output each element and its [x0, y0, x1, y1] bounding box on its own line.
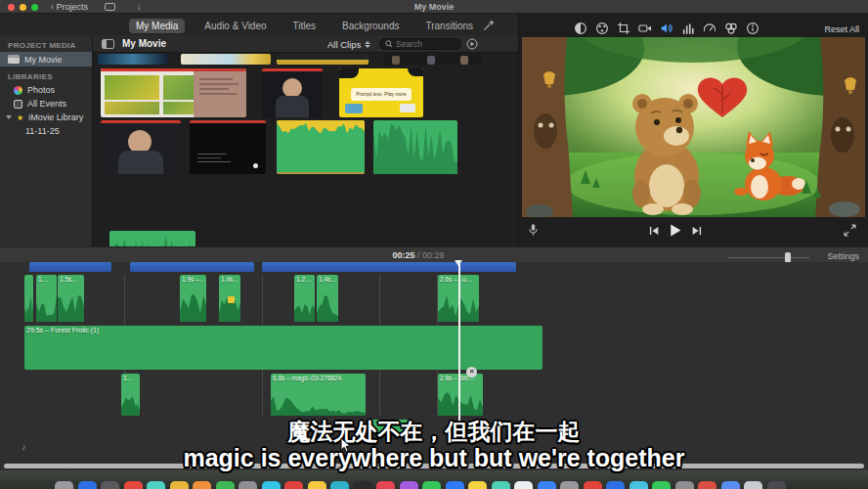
- clip-thumbnail[interactable]: [181, 54, 271, 65]
- dock-app-icon[interactable]: [584, 481, 602, 489]
- play-button-icon[interactable]: [668, 223, 682, 238]
- sound-clip[interactable]: 1…: [121, 374, 140, 416]
- video-clip[interactable]: 1.5s…: [58, 275, 84, 322]
- color-correction-icon[interactable]: [595, 22, 609, 35]
- clips-filter-dropdown[interactable]: All Clips: [327, 39, 370, 50]
- clip-thumbnail[interactable]: [190, 120, 266, 174]
- dock-app-icon[interactable]: [698, 481, 716, 489]
- stabilization-camera-icon[interactable]: [638, 22, 652, 35]
- volume-icon[interactable]: [660, 22, 673, 35]
- dock-app-icon[interactable]: [216, 481, 235, 489]
- tab-backgrounds[interactable]: Backgrounds: [335, 19, 406, 33]
- video-clip[interactable]: 1.4s…: [317, 275, 338, 322]
- dock-app-icon[interactable]: [468, 481, 487, 489]
- speed-gauge-icon[interactable]: [703, 22, 716, 35]
- dock-app-icon[interactable]: [675, 481, 694, 489]
- clip-thumbnail[interactable]: [262, 68, 323, 117]
- sound-clip[interactable]: 2.8s – Bib…: [438, 374, 483, 416]
- video-clip[interactable]: 1.2…: [294, 275, 315, 322]
- dock-app-icon[interactable]: [78, 481, 97, 489]
- settings-button[interactable]: Settings: [827, 251, 859, 261]
- info-icon[interactable]: [746, 22, 760, 35]
- chevron-down-icon[interactable]: [6, 115, 12, 119]
- clip-thumbnail[interactable]: [373, 120, 457, 174]
- dock-app-icon[interactable]: [652, 481, 671, 489]
- dock-app-icon[interactable]: [308, 481, 326, 489]
- title-bar-clip[interactable]: [29, 262, 111, 272]
- dock-app-icon[interactable]: [193, 481, 211, 489]
- sidebar-item-event-date[interactable]: 11-11-25: [0, 124, 92, 138]
- clip-thumbnail[interactable]: [194, 68, 246, 117]
- clip-thumbnail[interactable]: Prompt less, Play more: [339, 68, 423, 117]
- video-clip[interactable]: 1.4s…: [219, 275, 240, 322]
- dock-app-icon[interactable]: [538, 481, 556, 489]
- dock-app-icon[interactable]: [560, 481, 579, 489]
- libraries-sidebar: PROJECT MEDIA My Movie LIBRARIES Photos …: [0, 35, 93, 246]
- browser-header: My Movie All Clips Search: [93, 35, 518, 53]
- tab-transitions[interactable]: Transitions: [418, 19, 480, 33]
- dock-app-icon[interactable]: [284, 481, 303, 489]
- sidebar-item-photos[interactable]: Photos: [0, 83, 92, 97]
- dock-app-icon[interactable]: [492, 481, 510, 489]
- clip-filter-icon[interactable]: [724, 22, 738, 35]
- dock[interactable]: [55, 481, 786, 489]
- video-clip-partial[interactable]: [24, 275, 33, 322]
- fullscreen-expand-icon[interactable]: [844, 224, 856, 237]
- sidebar-toggle-icon[interactable]: [102, 39, 114, 49]
- crop-icon[interactable]: [617, 22, 630, 35]
- dock-app-icon[interactable]: [376, 481, 395, 489]
- dock-app-icon[interactable]: [262, 481, 281, 489]
- dock-app-icon[interactable]: [767, 481, 786, 489]
- record-voiceover-mic-icon[interactable]: [527, 223, 540, 238]
- dock-app-icon[interactable]: [721, 481, 740, 489]
- previous-frame-icon[interactable]: [648, 225, 660, 237]
- dock-app-icon[interactable]: [514, 481, 533, 489]
- timeline-zoom-slider[interactable]: [728, 257, 809, 258]
- tab-titles[interactable]: Titles: [286, 19, 324, 33]
- dock-app-icon[interactable]: [354, 481, 372, 489]
- sidebar-item-my-movie[interactable]: My Movie: [0, 52, 92, 67]
- dock-app-icon[interactable]: [239, 481, 257, 489]
- enhance-wand-icon[interactable]: [482, 19, 496, 32]
- dock-app-icon[interactable]: [422, 481, 441, 489]
- dock-app-icon[interactable]: [170, 481, 189, 489]
- clip-thumbnail[interactable]: [101, 120, 181, 174]
- sidebar-item-all-events[interactable]: All Events: [0, 97, 92, 111]
- sound-clip[interactable]: 6.8s – magic-03-276824: [271, 374, 366, 416]
- tab-audio-video[interactable]: Audio & Video: [197, 19, 273, 33]
- title-bar-clip[interactable]: [130, 262, 254, 272]
- clip-thumbnail[interactable]: [98, 54, 168, 65]
- reset-all-button[interactable]: Reset All: [824, 24, 859, 34]
- equalizer-icon[interactable]: [681, 22, 695, 35]
- sidebar-item-imovie-library[interactable]: ★ iMovie Library: [0, 111, 92, 124]
- video-clip[interactable]: 1.9s –…: [180, 275, 206, 322]
- dock-app-icon[interactable]: [629, 481, 648, 489]
- filmstrip-play-icon[interactable]: [466, 38, 478, 50]
- thumbnail-grid: Prompt less, Play more: [93, 53, 518, 246]
- mute-badge-icon[interactable]: ×: [466, 367, 477, 378]
- dock-app-icon[interactable]: [446, 481, 464, 489]
- dock-app-icon[interactable]: [124, 481, 143, 489]
- clip-thumbnail[interactable]: [277, 54, 369, 65]
- dock-app-icon[interactable]: [606, 481, 625, 489]
- search-input[interactable]: Search: [379, 38, 461, 50]
- dock-app-icon[interactable]: [147, 481, 165, 489]
- preview-viewer[interactable]: [522, 37, 865, 217]
- media-tabbar: My Media Audio & Video Titles Background…: [129, 17, 480, 34]
- title-bar-clip[interactable]: [262, 262, 516, 272]
- music-clip[interactable]: 29.5s – Forest Frolic (1): [24, 326, 542, 370]
- video-clip[interactable]: 1…: [36, 275, 57, 322]
- clip-thumbnail[interactable]: [277, 120, 365, 174]
- dock-app-icon[interactable]: [330, 481, 349, 489]
- color-balance-icon[interactable]: [574, 22, 587, 35]
- dock-app-icon[interactable]: [55, 481, 73, 489]
- clip-thumbnail[interactable]: [384, 54, 482, 65]
- playhead[interactable]: [458, 264, 460, 422]
- next-frame-icon[interactable]: [691, 225, 703, 237]
- dock-app-icon[interactable]: [101, 481, 119, 489]
- playhead-handle[interactable]: [455, 260, 462, 266]
- tab-my-media[interactable]: My Media: [129, 19, 185, 33]
- project-media-header: PROJECT MEDIA: [0, 35, 92, 52]
- dock-app-icon[interactable]: [744, 481, 762, 489]
- dock-app-icon[interactable]: [400, 481, 418, 489]
